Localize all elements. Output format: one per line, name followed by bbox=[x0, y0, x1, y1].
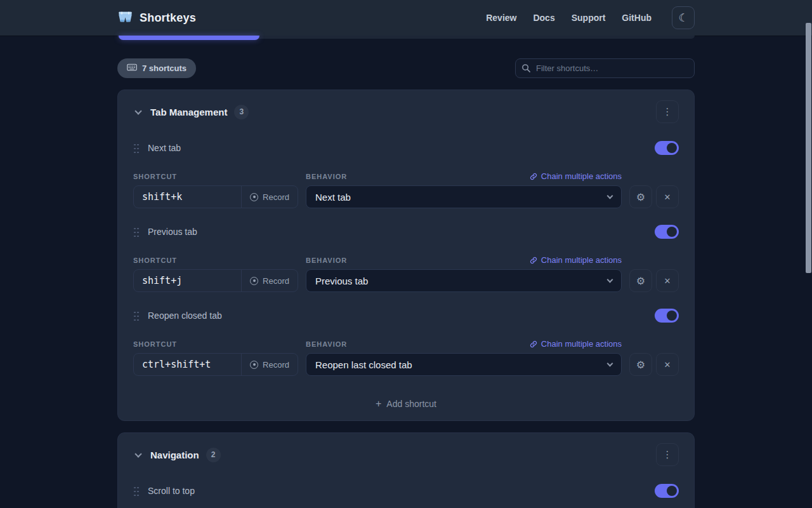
group-menu-button[interactable]: ⋮ bbox=[656, 443, 679, 466]
gear-icon: ⚙ bbox=[636, 275, 645, 287]
tabbar-cutoff bbox=[117, 36, 695, 40]
shorts-logo-icon bbox=[117, 9, 133, 27]
enabled-toggle[interactable] bbox=[655, 225, 679, 239]
shortcut-key-group: Record bbox=[133, 269, 298, 292]
shortcut-row: Next tab SHORTCUT BEHAVIOR Chain multipl… bbox=[133, 140, 679, 208]
settings-button[interactable]: ⚙ bbox=[629, 185, 652, 208]
chevron-down-icon bbox=[607, 277, 613, 283]
shortcut-key-group: Record bbox=[133, 353, 298, 376]
close-icon: ✕ bbox=[664, 360, 671, 370]
chain-multiple-actions-link[interactable]: Chain multiple actions bbox=[530, 255, 622, 265]
behavior-select[interactable]: Next tab bbox=[306, 185, 622, 208]
shortcut-count-label: 7 shortcuts bbox=[142, 64, 187, 73]
content: 7 shortcuts Tab Management 3 ⋮ bbox=[117, 36, 695, 508]
theme-toggle-button[interactable]: ☾ bbox=[672, 6, 695, 29]
brand-name: Shortkeys bbox=[140, 11, 196, 25]
shortcut-label: SHORTCUT bbox=[133, 173, 306, 180]
shortcut-row: Previous tab SHORTCUT BEHAVIOR Chain mul… bbox=[133, 224, 679, 292]
close-icon: ✕ bbox=[664, 276, 671, 286]
shortcut-label: SHORTCUT bbox=[133, 257, 306, 264]
toggle-knob bbox=[667, 143, 677, 153]
filter-input[interactable] bbox=[515, 58, 695, 78]
nav-link-github[interactable]: GitHub bbox=[622, 13, 652, 23]
toggle-knob bbox=[667, 311, 677, 321]
shortcut-keys-input[interactable] bbox=[134, 270, 241, 291]
shortcut-row: Scroll to top SHORTCUT BEHAVIOR Chain mu… bbox=[133, 483, 679, 508]
behavior-label: BEHAVIOR bbox=[306, 257, 347, 264]
drag-handle[interactable] bbox=[133, 311, 139, 321]
group-count-badge: 2 bbox=[206, 448, 221, 462]
record-icon bbox=[250, 277, 258, 285]
top-header: Shortkeys Review Docs Support GitHub ☾ bbox=[0, 0, 812, 36]
filter-box bbox=[515, 58, 695, 78]
shortcut-name: Scroll to top bbox=[148, 486, 195, 496]
behavior-label: BEHAVIOR bbox=[306, 340, 347, 348]
keyboard-icon bbox=[127, 64, 137, 73]
settings-button[interactable]: ⚙ bbox=[629, 269, 652, 292]
group-title: Tab Management bbox=[150, 107, 227, 117]
nav-link-review[interactable]: Review bbox=[486, 13, 516, 23]
toolbar: 7 shortcuts bbox=[117, 58, 695, 78]
shortcut-keys-input[interactable] bbox=[134, 186, 241, 208]
behavior-value: Previous tab bbox=[315, 276, 368, 286]
record-icon bbox=[250, 361, 258, 369]
record-button[interactable]: Record bbox=[241, 354, 298, 375]
gear-icon: ⚙ bbox=[636, 191, 645, 203]
record-icon bbox=[250, 193, 258, 201]
group-collapse-button[interactable] bbox=[133, 104, 143, 118]
shortcut-name: Next tab bbox=[148, 143, 181, 153]
chevron-down-icon bbox=[607, 193, 613, 199]
chevron-down-icon bbox=[607, 361, 613, 367]
chain-multiple-actions-link[interactable]: Chain multiple actions bbox=[530, 171, 622, 181]
enabled-toggle[interactable] bbox=[655, 484, 679, 498]
brand[interactable]: Shortkeys bbox=[117, 9, 196, 27]
group-card-navigation: Navigation 2 ⋮ Scroll to top SHORTCUT BE… bbox=[117, 432, 695, 508]
shortcut-row: Reopen closed tab SHORTCUT BEHAVIOR Chai… bbox=[133, 308, 679, 376]
chain-multiple-actions-link[interactable]: Chain multiple actions bbox=[530, 339, 622, 349]
kebab-icon: ⋮ bbox=[663, 450, 672, 460]
group-header: Navigation 2 ⋮ bbox=[133, 442, 679, 467]
settings-button[interactable]: ⚙ bbox=[629, 353, 652, 376]
shortcut-keys-input[interactable] bbox=[134, 354, 241, 375]
plus-icon: + bbox=[376, 398, 381, 410]
delete-button[interactable]: ✕ bbox=[656, 269, 679, 292]
gear-icon: ⚙ bbox=[636, 359, 645, 371]
drag-handle[interactable] bbox=[133, 143, 139, 154]
moon-icon: ☾ bbox=[678, 11, 688, 24]
enabled-toggle[interactable] bbox=[655, 309, 679, 323]
drag-handle[interactable] bbox=[133, 486, 139, 497]
scrollbar[interactable] bbox=[806, 0, 812, 508]
behavior-select[interactable]: Previous tab bbox=[306, 269, 622, 292]
scrollbar-thumb[interactable] bbox=[806, 23, 811, 273]
record-button[interactable]: Record bbox=[241, 270, 298, 291]
behavior-value: Next tab bbox=[315, 192, 351, 203]
shortcut-key-group: Record bbox=[133, 185, 298, 208]
shortcut-count-badge: 7 shortcuts bbox=[117, 58, 196, 78]
group-collapse-button[interactable] bbox=[133, 446, 143, 461]
behavior-select[interactable]: Reopen last closed tab bbox=[306, 353, 622, 376]
search-icon bbox=[521, 64, 531, 73]
group-count-badge: 3 bbox=[234, 105, 249, 119]
chevron-down-icon bbox=[134, 450, 141, 457]
delete-button[interactable]: ✕ bbox=[656, 185, 679, 208]
behavior-value: Reopen last closed tab bbox=[315, 359, 412, 370]
enabled-toggle[interactable] bbox=[655, 141, 679, 155]
delete-button[interactable]: ✕ bbox=[656, 353, 679, 376]
close-icon: ✕ bbox=[664, 192, 671, 202]
drag-handle[interactable] bbox=[133, 227, 139, 237]
shortcut-name: Reopen closed tab bbox=[148, 311, 222, 321]
shortcut-label: SHORTCUT bbox=[133, 340, 306, 348]
toggle-knob bbox=[667, 227, 677, 237]
nav-link-docs[interactable]: Docs bbox=[533, 13, 554, 23]
chevron-down-icon bbox=[134, 107, 141, 114]
link-icon bbox=[530, 257, 537, 264]
nav-link-support[interactable]: Support bbox=[572, 13, 606, 23]
link-icon bbox=[530, 173, 537, 180]
active-tab-cutoff[interactable] bbox=[119, 36, 259, 40]
group-card-tab-management: Tab Management 3 ⋮ Next tab SHORTCUT BEH… bbox=[117, 90, 695, 421]
group-header: Tab Management 3 ⋮ bbox=[133, 99, 679, 124]
record-button[interactable]: Record bbox=[241, 186, 298, 208]
group-menu-button[interactable]: ⋮ bbox=[656, 100, 679, 123]
add-shortcut-button[interactable]: + Add shortcut bbox=[133, 390, 679, 418]
group-title: Navigation bbox=[150, 450, 199, 460]
